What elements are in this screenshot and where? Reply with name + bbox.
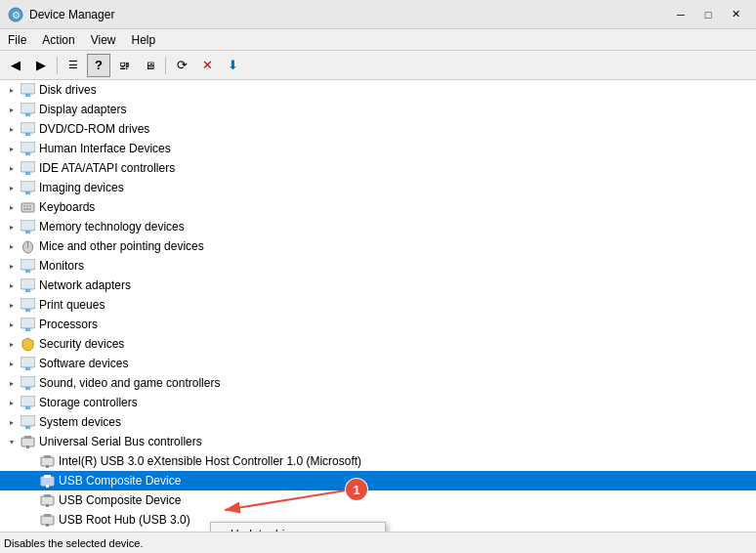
- properties-button[interactable]: ☰: [62, 54, 85, 77]
- expand-icon-securitydevices[interactable]: ▸: [4, 336, 20, 352]
- tree-item-keyboards[interactable]: ▸Keyboards: [0, 197, 756, 217]
- expand-icon-memtech[interactable]: ▸: [4, 219, 20, 234]
- tree-item-softwaredevices[interactable]: ▸ Software devices: [0, 354, 756, 373]
- expand-icon-systemdevices[interactable]: ▸: [4, 414, 20, 430]
- expand-icon-usb[interactable]: ▾: [4, 434, 20, 449]
- svg-rect-50: [44, 475, 51, 478]
- svg-rect-43: [21, 438, 34, 447]
- maximize-button[interactable]: □: [695, 5, 721, 24]
- tree-item-soundvideo[interactable]: ▸ Sound, video and game controllers: [0, 373, 756, 393]
- expand-icon-usb-hub[interactable]: [23, 512, 39, 528]
- tree-label-monitors: Monitors: [39, 259, 84, 273]
- svg-rect-44: [24, 436, 31, 439]
- device-icon-usb-intel: [39, 453, 55, 469]
- tree-item-ideata[interactable]: ▸ IDE ATA/ATAPI controllers: [0, 158, 756, 178]
- expand-icon-monitors[interactable]: ▸: [4, 258, 20, 274]
- svg-rect-32: [25, 309, 30, 312]
- menu-help[interactable]: Help: [124, 29, 164, 50]
- tree-item-processors[interactable]: ▸ Processors: [0, 315, 756, 334]
- svg-rect-52: [41, 496, 54, 505]
- svg-rect-11: [25, 133, 30, 136]
- computer-button[interactable]: 🖥: [138, 54, 161, 77]
- tree-item-usb[interactable]: ▾Universal Serial Bus controllers: [0, 432, 756, 451]
- window-controls: ─ □ ✕: [668, 5, 748, 24]
- tree-item-displayadapters[interactable]: ▸ Display adapters: [0, 100, 756, 119]
- expand-icon-ideata[interactable]: ▸: [4, 160, 20, 176]
- svg-rect-14: [21, 161, 35, 172]
- expand-icon-displayadapters[interactable]: ▸: [4, 102, 20, 117]
- svg-rect-54: [46, 504, 49, 507]
- tree-item-imaging[interactable]: ▸ Imaging devices: [0, 178, 756, 197]
- device-icon-memtech: [20, 219, 35, 234]
- tree-label-storagecontrollers: Storage controllers: [39, 396, 138, 409]
- svg-rect-12: [21, 142, 35, 152]
- svg-rect-55: [41, 516, 54, 525]
- help-button[interactable]: ?: [87, 54, 110, 77]
- close-button[interactable]: ✕: [723, 5, 748, 24]
- device-icon-usb-hub: [39, 512, 55, 528]
- svg-rect-18: [21, 203, 34, 212]
- svg-rect-34: [25, 328, 30, 331]
- tree-item-hid[interactable]: ▸ Human Interface Devices: [0, 139, 756, 158]
- tree-item-mice[interactable]: ▸Mice and other pointing devices: [0, 236, 756, 256]
- tree-item-storagecontrollers[interactable]: ▸ Storage controllers: [0, 393, 756, 412]
- tree-label-usb-intel: Intel(R) USB 3.0 eXtensible Host Control…: [59, 454, 361, 468]
- status-bar: Disables the selected device.: [0, 532, 756, 553]
- svg-rect-6: [21, 83, 35, 94]
- expand-icon-processors[interactable]: ▸: [4, 317, 20, 332]
- tree-item-printqueues[interactable]: ▸ Print queues: [0, 295, 756, 315]
- svg-rect-45: [26, 446, 29, 448]
- tree-label-securitydevices: Security devices: [39, 337, 124, 351]
- tree-label-usb-composite1: USB Composite Device: [59, 474, 181, 488]
- tree-label-mice: Mice and other pointing devices: [39, 239, 204, 253]
- expand-icon-dvdcdrom[interactable]: ▸: [4, 121, 20, 137]
- expand-icon-imaging[interactable]: ▸: [4, 180, 20, 195]
- forward-button[interactable]: ▶: [29, 54, 53, 77]
- scan-button[interactable]: ⟳: [170, 54, 193, 77]
- expand-icon-usb-intel[interactable]: [23, 453, 39, 469]
- svg-rect-9: [25, 113, 30, 116]
- tree-item-dvdcdrom[interactable]: ▸ DVD/CD-ROM drives: [0, 119, 756, 139]
- tree-item-networkadapters[interactable]: ▸ Network adapters: [0, 276, 756, 295]
- expand-icon-keyboards[interactable]: ▸: [4, 199, 20, 215]
- svg-rect-49: [41, 477, 54, 486]
- tree-item-securitydevices[interactable]: ▸Security devices: [0, 334, 756, 354]
- menu-view[interactable]: View: [83, 29, 124, 50]
- menu-action[interactable]: Action: [34, 29, 82, 50]
- svg-rect-31: [21, 298, 35, 309]
- tree-label-hid: Human Interface Devices: [39, 142, 171, 155]
- device-tree[interactable]: ▸BBluetooth▸ Computer▸ Disk drives▸ Disp…: [0, 80, 756, 532]
- menu-file[interactable]: File: [0, 29, 34, 50]
- tree-item-usb-composite2[interactable]: USB Composite Device: [0, 490, 756, 510]
- svg-rect-20: [26, 205, 28, 207]
- minimize-button[interactable]: ─: [668, 5, 693, 24]
- expand-icon-diskdrives[interactable]: ▸: [4, 82, 20, 98]
- context-menu-item-update-driver[interactable]: Update driver: [211, 523, 385, 532]
- expand-icon-storagecontrollers[interactable]: ▸: [4, 395, 20, 410]
- svg-rect-46: [41, 457, 54, 466]
- expand-icon-softwaredevices[interactable]: ▸: [4, 356, 20, 371]
- expand-icon-mice[interactable]: ▸: [4, 238, 20, 254]
- tree-item-memtech[interactable]: ▸ Memory technology devices: [0, 217, 756, 236]
- expand-icon-usb-composite1[interactable]: [23, 473, 39, 489]
- device-icon-dvdcdrom: [20, 121, 35, 137]
- svg-rect-41: [21, 415, 35, 426]
- expand-icon-usb-composite2[interactable]: [23, 492, 39, 508]
- remove-button[interactable]: ✕: [195, 54, 219, 77]
- back-button[interactable]: ◀: [4, 54, 27, 77]
- svg-rect-22: [23, 208, 31, 210]
- svg-rect-8: [21, 103, 35, 113]
- download-button[interactable]: ⬇: [221, 54, 244, 77]
- expand-icon-printqueues[interactable]: ▸: [4, 297, 20, 313]
- tree-item-monitors[interactable]: ▸ Monitors: [0, 256, 756, 276]
- tree-item-usb-intel[interactable]: Intel(R) USB 3.0 eXtensible Host Control…: [0, 451, 756, 471]
- tree-item-systemdevices[interactable]: ▸ System devices: [0, 412, 756, 432]
- tree-item-diskdrives[interactable]: ▸ Disk drives: [0, 80, 756, 100]
- expand-icon-soundvideo[interactable]: ▸: [4, 375, 20, 391]
- expand-icon-hid[interactable]: ▸: [4, 141, 20, 156]
- expand-icon-networkadapters[interactable]: ▸: [4, 277, 20, 293]
- svg-rect-51: [46, 485, 49, 488]
- svg-rect-57: [46, 524, 49, 527]
- tree-item-usb-composite1[interactable]: USB Composite Device: [0, 471, 756, 490]
- scan-hardware-button[interactable]: 🖳: [112, 54, 136, 77]
